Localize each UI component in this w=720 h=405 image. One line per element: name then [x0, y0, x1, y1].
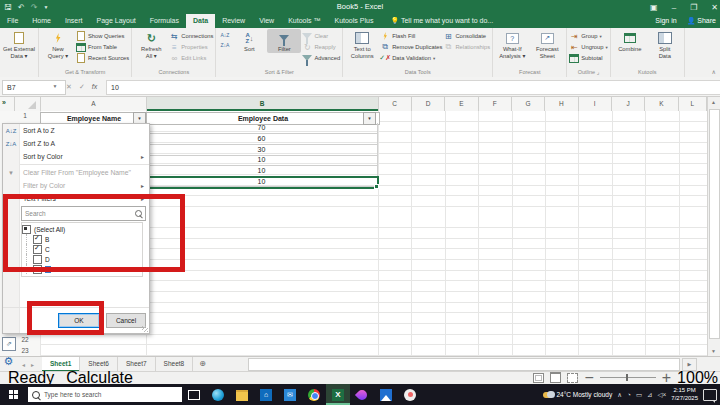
scroll-down-icon[interactable]: ▼ — [709, 348, 718, 354]
column-header-a[interactable]: A — [41, 97, 147, 111]
from-table-button[interactable]: From Table — [76, 42, 129, 52]
paint3d-taskbar-icon[interactable] — [350, 384, 374, 405]
sort-button[interactable]: AZ↓Sort — [232, 29, 266, 53]
notification-center-icon[interactable] — [703, 389, 717, 401]
zoom-slider[interactable] — [600, 377, 656, 378]
clock[interactable]: 2:15 PM 7/27/2025 — [671, 387, 698, 403]
get-external-data-button[interactable]: Get External Data ▾ — [2, 29, 36, 59]
excel-taskbar-icon[interactable]: X — [326, 384, 350, 405]
kutools-pane-icon[interactable]: ⇗ — [2, 337, 16, 351]
menu-item-sort-a-to-z[interactable]: A↓ZSort A to Z — [3, 124, 149, 137]
collapse-ribbon-icon[interactable]: ∧ — [712, 68, 716, 75]
chrome-taskbar-icon[interactable] — [302, 384, 326, 405]
ribbon-tab-formulas[interactable]: Formulas — [143, 14, 186, 28]
remove-duplicates-button[interactable]: ⧉Remove Duplicates — [380, 42, 442, 52]
column-header-c[interactable]: C — [379, 97, 412, 111]
share-button[interactable]: 👤 Share — [687, 14, 716, 28]
clear-button[interactable]: Clear — [302, 31, 340, 41]
gear-icon[interactable]: ⚙ — [2, 355, 15, 368]
ribbon-tab-view[interactable]: View — [252, 14, 281, 28]
filter-button[interactable]: Filter — [267, 29, 301, 53]
row-header-1[interactable]: 1 — [14, 112, 36, 119]
cancel-button[interactable]: Cancel — [106, 313, 146, 328]
sort-descending-button[interactable]: Z↓A — [218, 41, 231, 50]
insert-function-icon[interactable]: fx — [92, 83, 97, 90]
sort-ascending-button[interactable]: A↓Z — [218, 31, 231, 40]
refresh-all-button[interactable]: ↻Refresh All ▾ — [134, 29, 168, 59]
sign-in-link[interactable]: Sign in — [655, 14, 676, 28]
ribbon-display-options-icon[interactable]: ▣ — [650, 3, 658, 12]
close-button[interactable]: ✕ — [711, 3, 718, 12]
flash-fill-button[interactable]: Flash Fill — [380, 31, 442, 41]
relationships-button[interactable]: ⧉Relationships — [443, 42, 490, 52]
row-header-23[interactable]: 23 — [14, 347, 36, 354]
volume-icon[interactable]: ◁× — [658, 391, 667, 399]
column-headers[interactable]: ABCDEFGHIJKL — [0, 97, 707, 112]
what-if-analysis-button[interactable]: ?What-If Analysis ▾ — [495, 29, 529, 59]
network-icon[interactable]: ⊿ — [647, 391, 652, 399]
edge-taskbar-icon[interactable] — [206, 384, 230, 405]
ribbon-tab-data[interactable]: Data — [186, 14, 215, 28]
data-validation-button[interactable]: ✓✗Data Validation▾ — [380, 53, 442, 63]
ribbon-tab-page-layout[interactable]: Page Layout — [89, 14, 142, 28]
combine-button[interactable]: Combine — [613, 29, 647, 53]
ribbon-tab-insert[interactable]: Insert — [58, 14, 90, 28]
column-header-g[interactable]: G — [512, 97, 545, 111]
column-header-h[interactable]: H — [545, 97, 578, 111]
connections-button[interactable]: ⇆Connections — [169, 31, 213, 41]
column-header-j[interactable]: J — [612, 97, 645, 111]
select-all-corner[interactable] — [28, 101, 36, 109]
column-header-d[interactable]: D — [412, 97, 445, 111]
edit-links-button[interactable]: ∞Edit Links — [169, 53, 213, 63]
mail-taskbar-icon[interactable]: ✉ — [278, 384, 302, 405]
skype-taskbar-icon[interactable] — [398, 384, 422, 405]
ungroup-button[interactable]: ⇤Ungroup▾ — [569, 42, 608, 52]
properties-button[interactable]: ≡Properties — [169, 42, 213, 52]
expand-pane-icon[interactable]: » — [2, 99, 6, 106]
formula-input[interactable]: 10 — [106, 80, 720, 95]
split-data-button[interactable]: Split Data — [648, 29, 682, 59]
advanced-button[interactable]: Advanced — [302, 53, 340, 63]
row-header-22[interactable]: 22 — [14, 336, 36, 343]
column-header-b[interactable]: B — [147, 97, 379, 111]
page-layout-view-icon[interactable] — [550, 372, 561, 383]
resize-grip[interactable] — [142, 326, 148, 332]
recent-sources-button[interactable]: Recent Sources — [76, 53, 129, 63]
consolidate-button[interactable]: ⊞Consolidate — [443, 31, 490, 41]
minimize-button[interactable]: – — [672, 3, 676, 12]
start-button[interactable] — [0, 384, 26, 405]
subtotal-button[interactable]: Subtotal — [569, 53, 608, 63]
ribbon-tab-file[interactable]: File — [0, 14, 25, 28]
enter-entry-icon[interactable]: ✓ — [79, 83, 85, 91]
new-query-button[interactable]: New Query ▾ — [41, 29, 75, 59]
taskbar-search-input[interactable]: Type here to search — [28, 387, 182, 402]
restore-button[interactable]: ❐ — [690, 3, 697, 12]
ribbon-tab-review[interactable]: Review — [215, 14, 252, 28]
task-view-taskbar-icon[interactable] — [182, 384, 206, 405]
ribbon-tab-kutools-[interactable]: Kutools ™ — [281, 14, 327, 28]
tray-expand-icon[interactable]: ∧ — [617, 391, 622, 399]
new-sheet-icon[interactable]: ⊕ — [193, 357, 212, 372]
normal-view-icon[interactable] — [533, 373, 544, 383]
menu-item-sort-by-color[interactable]: Sort by Color► — [3, 150, 149, 163]
menu-item-sort-z-to-a[interactable]: Z↓ASort Z to A — [3, 137, 149, 150]
store-taskbar-icon[interactable]: ⌂ — [254, 384, 278, 405]
page-break-view-icon[interactable] — [567, 373, 578, 383]
forecast-sheet-button[interactable]: ↗Forecast Sheet — [530, 29, 564, 59]
photos-taskbar-icon[interactable] — [374, 384, 398, 405]
ribbon-tab-home[interactable]: Home — [25, 14, 58, 28]
column-header-k[interactable]: K — [645, 97, 678, 111]
vertical-scroll-thumb[interactable] — [709, 109, 720, 339]
group-button[interactable]: ⇥Group▾ — [569, 31, 608, 41]
horizontal-scroll-thumb[interactable] — [248, 358, 680, 371]
scroll-up-icon[interactable]: ▲ — [709, 99, 718, 105]
cancel-entry-icon[interactable]: ✕ — [66, 83, 72, 91]
onedrive-icon[interactable]: ◔ — [627, 391, 631, 398]
reapply-button[interactable]: ↻Reapply — [302, 42, 340, 52]
prev-sheet-icon[interactable]: ◂ — [22, 361, 25, 368]
column-header-e[interactable]: E — [445, 97, 478, 111]
zoom-slider-thumb[interactable] — [626, 374, 628, 381]
tell-me-box[interactable]: 💡 Tell me what you want to do... — [380, 14, 493, 28]
sheet-tab-sheet8[interactable]: Sheet8 — [156, 357, 194, 372]
file-explorer-taskbar-icon[interactable] — [230, 384, 254, 405]
